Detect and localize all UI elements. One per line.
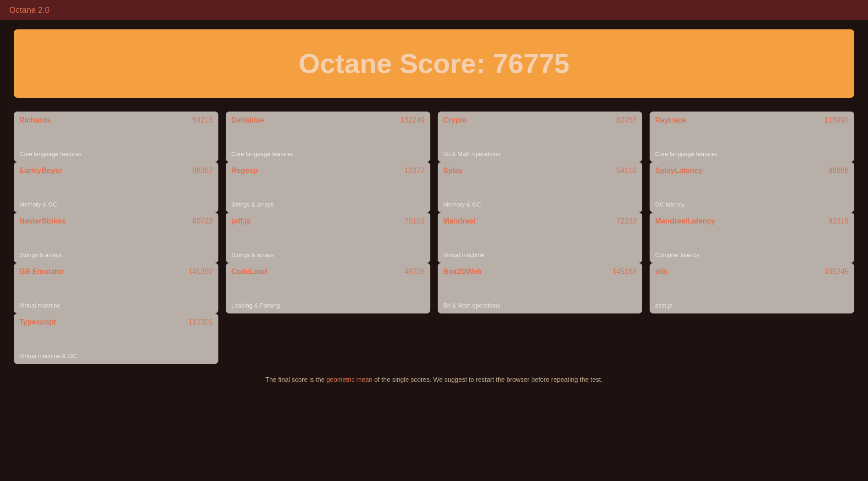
benchmark-score: 117301 bbox=[189, 318, 213, 326]
benchmark-spacer bbox=[438, 313, 642, 364]
benchmark-card: EarleyBoyer98367Memory & GC bbox=[14, 162, 218, 213]
benchmark-score: 141392 bbox=[189, 268, 213, 276]
benchmark-category: Virtual machine bbox=[443, 252, 637, 258]
octane-score: Octane Score: 76775 bbox=[299, 48, 569, 79]
benchmark-category: Core language features bbox=[655, 151, 849, 157]
benchmark-name: NavierStokes bbox=[19, 217, 66, 225]
benchmark-header: zlib105245 bbox=[655, 268, 849, 276]
benchmark-header: Crypto62753 bbox=[443, 116, 637, 124]
benchmark-name: Richards bbox=[19, 116, 50, 124]
benchmark-category: Memory & GC bbox=[19, 201, 213, 208]
app-title: Octane 2.0 bbox=[9, 6, 50, 15]
benchmark-row: Typescript117301Virtual machine & GC bbox=[14, 313, 854, 364]
benchmark-name: Typescript bbox=[19, 318, 56, 326]
benchmark-category: Memory & GC bbox=[443, 201, 637, 208]
benchmark-header: SplayLatency88686 bbox=[655, 167, 849, 175]
benchmark-name: zlib bbox=[655, 268, 668, 276]
benchmark-category: Bit & Math operations bbox=[443, 151, 637, 157]
benchmark-name: SplayLatency bbox=[655, 167, 702, 175]
benchmark-card: CodeLoad49726Loading & Parsing bbox=[226, 263, 430, 313]
benchmark-score: 70103 bbox=[405, 217, 425, 225]
benchmark-score: 62753 bbox=[617, 116, 637, 124]
main-content: Octane Score: 76775 Richards54213Core la… bbox=[0, 20, 868, 402]
benchmark-name: Mandreel bbox=[443, 217, 475, 225]
benchmark-card: Box2DWeb145163Bit & Math operations bbox=[438, 263, 642, 313]
benchmark-category: Core language features bbox=[19, 151, 213, 157]
benchmark-card: Typescript117301Virtual machine & GC bbox=[14, 313, 218, 364]
benchmark-header: MandreelLatency92319 bbox=[655, 217, 849, 225]
benchmark-card: Richards54213Core language features bbox=[14, 112, 218, 162]
benchmark-category: Strings & arrays bbox=[19, 252, 213, 258]
benchmark-name: MandreelLatency bbox=[655, 217, 715, 225]
benchmark-category: Virtual machine bbox=[19, 302, 213, 309]
benchmark-spacer bbox=[226, 313, 430, 364]
benchmark-category: Strings & arrays bbox=[231, 252, 425, 258]
footer-text1: The final score is the bbox=[265, 376, 326, 383]
benchmark-score: 54110 bbox=[617, 167, 637, 175]
benchmark-category: Compiler latency bbox=[655, 252, 849, 258]
benchmark-header: Raytrace118990 bbox=[655, 116, 849, 124]
benchmark-category: Strings & arrays bbox=[231, 201, 425, 208]
benchmark-row: Richards54213Core language featuresDelta… bbox=[14, 112, 854, 162]
benchmark-card: Regexp12377Strings & arrays bbox=[226, 162, 430, 213]
benchmark-header: EarleyBoyer98367 bbox=[19, 167, 213, 175]
benchmark-score: 88686 bbox=[829, 167, 849, 175]
benchmark-card: MandreelLatency92319Compiler latency bbox=[650, 213, 854, 263]
benchmarks-grid: Richards54213Core language featuresDelta… bbox=[14, 112, 854, 364]
benchmark-category: GC latency bbox=[655, 201, 849, 208]
benchmark-category: Loading & Parsing bbox=[231, 302, 425, 309]
benchmark-card: Mandreel72233Virtual machine bbox=[438, 213, 642, 263]
benchmark-header: Regexp12377 bbox=[231, 167, 425, 175]
benchmark-name: EarleyBoyer bbox=[19, 167, 62, 175]
benchmark-header: NavierStokes60723 bbox=[19, 217, 213, 225]
benchmark-header: Mandreel72233 bbox=[443, 217, 637, 225]
benchmark-name: Deltablue bbox=[231, 116, 264, 124]
benchmark-score: 145163 bbox=[612, 268, 637, 276]
score-banner: Octane Score: 76775 bbox=[14, 29, 854, 98]
benchmark-score: 72233 bbox=[617, 217, 637, 225]
benchmark-score: 60723 bbox=[193, 217, 213, 225]
benchmark-card: GB Emulator141392Virtual machine bbox=[14, 263, 218, 313]
benchmark-category: Virtual machine & GC bbox=[19, 352, 213, 359]
benchmark-category: Bit & Math operations bbox=[443, 302, 637, 309]
benchmark-name: Regexp bbox=[231, 167, 258, 175]
footer: The final score is the geometric mean of… bbox=[14, 371, 854, 392]
benchmark-header: pdf.js70103 bbox=[231, 217, 425, 225]
benchmark-name: pdf.js bbox=[231, 217, 251, 225]
benchmark-score: 49726 bbox=[405, 268, 425, 276]
benchmark-header: Splay54110 bbox=[443, 167, 637, 175]
benchmark-name: Crypto bbox=[443, 116, 467, 124]
benchmark-card: NavierStokes60723Strings & arrays bbox=[14, 213, 218, 263]
benchmark-score: 92319 bbox=[829, 217, 849, 225]
benchmark-score: 105245 bbox=[824, 268, 849, 276]
benchmark-header: Box2DWeb145163 bbox=[443, 268, 637, 276]
footer-link[interactable]: geometric mean bbox=[326, 376, 372, 383]
benchmark-name: Splay bbox=[443, 167, 463, 175]
title-bar: Octane 2.0 bbox=[0, 0, 868, 20]
benchmark-header: Deltablue132249 bbox=[231, 116, 425, 124]
benchmark-header: GB Emulator141392 bbox=[19, 268, 213, 276]
benchmark-header: CodeLoad49726 bbox=[231, 268, 425, 276]
benchmark-card: Raytrace118990Core language features bbox=[650, 112, 854, 162]
benchmark-card: Splay54110Memory & GC bbox=[438, 162, 642, 213]
benchmark-header: Typescript117301 bbox=[19, 318, 213, 326]
benchmark-category: Core language features bbox=[231, 151, 425, 157]
benchmark-spacer bbox=[650, 313, 854, 364]
footer-text2: of the single scores. We suggest to rest… bbox=[373, 376, 603, 383]
benchmark-card: Crypto62753Bit & Math operations bbox=[438, 112, 642, 162]
benchmark-name: Box2DWeb bbox=[443, 268, 482, 276]
benchmark-row: NavierStokes60723Strings & arrayspdf.js7… bbox=[14, 213, 854, 263]
benchmark-card: SplayLatency88686GC latency bbox=[650, 162, 854, 213]
benchmark-score: 132249 bbox=[401, 116, 425, 124]
benchmark-score: 118990 bbox=[824, 116, 849, 124]
benchmark-score: 54213 bbox=[193, 116, 213, 124]
benchmark-row: EarleyBoyer98367Memory & GCRegexp12377St… bbox=[14, 162, 854, 213]
benchmark-score: 12377 bbox=[405, 167, 425, 175]
benchmark-name: GB Emulator bbox=[19, 268, 64, 276]
benchmark-score: 98367 bbox=[193, 167, 213, 175]
benchmark-row: GB Emulator141392Virtual machineCodeLoad… bbox=[14, 263, 854, 313]
benchmark-card: zlib105245asm.js bbox=[650, 263, 854, 313]
benchmark-card: pdf.js70103Strings & arrays bbox=[226, 213, 430, 263]
benchmark-header: Richards54213 bbox=[19, 116, 213, 124]
benchmark-card: Deltablue132249Core language features bbox=[226, 112, 430, 162]
